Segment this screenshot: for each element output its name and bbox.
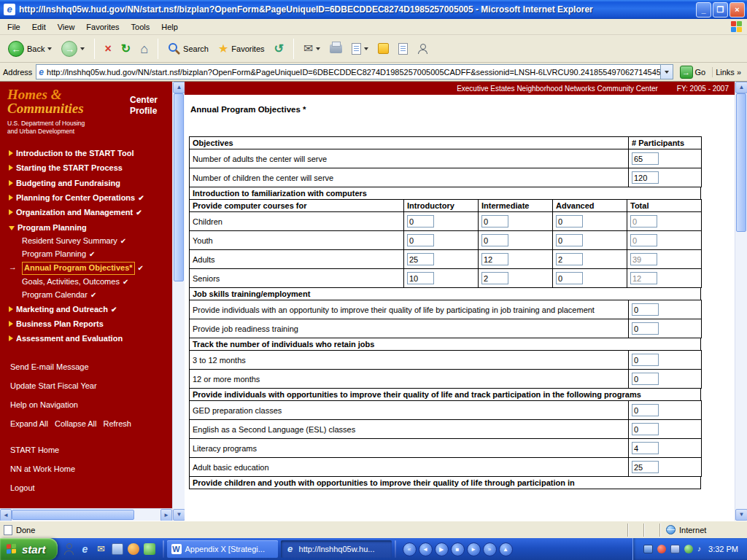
sidebar-item-business-plan-reports[interactable]: Business Plan Reports <box>0 316 172 331</box>
print-button[interactable] <box>326 42 346 55</box>
menu-file[interactable]: File <box>1 20 26 34</box>
center-profile-link[interactable]: Center Profile <box>130 88 169 136</box>
home-button[interactable]: ⌂ <box>136 39 152 58</box>
tray-display-icon[interactable] <box>643 545 653 553</box>
forward-button[interactable]: → <box>58 39 88 59</box>
sidebar-subitem-annual-program-objectives[interactable]: →Annual Program Objectives*✔ <box>0 261 172 276</box>
address-field[interactable]: e http://lnshhq05w.hud.gov/NN/start.nsf/… <box>36 64 673 79</box>
expand-all-link[interactable]: Expand All <box>10 419 48 428</box>
sidebar-subitem-program-calendar[interactable]: Program Calendar✔ <box>0 289 172 302</box>
seniors-intermediate-input[interactable] <box>481 272 508 284</box>
adults-intermediate-input[interactable] <box>481 253 508 265</box>
retain-12-plus-input[interactable] <box>632 373 659 385</box>
children-advanced-input[interactable] <box>556 215 583 228</box>
clock[interactable]: 3:32 PM <box>708 545 738 553</box>
mail-button[interactable]: ✉ <box>300 39 324 58</box>
media-volume-button[interactable]: ▲ <box>499 542 513 556</box>
close-button[interactable]: × <box>729 2 745 18</box>
tray-network-icon[interactable] <box>670 545 680 553</box>
edit-button[interactable] <box>348 41 372 57</box>
logout-link[interactable]: Logout <box>0 478 172 497</box>
children-introductory-input[interactable] <box>407 215 434 228</box>
seniors-introductory-input[interactable] <box>407 272 434 284</box>
search-button[interactable]: Search <box>164 40 212 57</box>
tray-volume-icon[interactable]: ♪ <box>697 545 701 553</box>
sidebar-item-introduction[interactable]: Introduction to the START Tool <box>0 146 172 160</box>
adult-basic-education-input[interactable] <box>632 461 659 473</box>
sidebar-item-assessment[interactable]: Assessment and Evaluation <box>0 331 172 346</box>
media-prev-button[interactable]: « <box>403 542 417 556</box>
help-navigation-link[interactable]: Help on Navigation <box>0 395 172 414</box>
tray-security-icon[interactable] <box>657 545 666 553</box>
tray-messenger-icon[interactable] <box>684 545 693 553</box>
media-stop-button[interactable]: ■ <box>451 542 465 556</box>
maximize-button[interactable]: ❐ <box>713 2 728 18</box>
scroll-track[interactable] <box>12 509 160 521</box>
menu-edit[interactable]: Edit <box>26 20 52 34</box>
adults-introductory-input[interactable] <box>407 253 434 265</box>
messenger-button[interactable] <box>374 41 392 56</box>
retain-3-12-input[interactable] <box>632 354 659 366</box>
sidebar-horizontal-scrollbar[interactable]: ◄ ► <box>0 508 172 521</box>
discuss-button[interactable] <box>414 42 431 56</box>
adults-advanced-input[interactable] <box>556 253 583 265</box>
update-fiscal-year-link[interactable]: Update Start Fiscal Year <box>0 376 172 395</box>
scroll-thumb[interactable] <box>736 93 746 232</box>
scroll-down-button[interactable]: ▼ <box>173 509 185 521</box>
sidebar-item-program-planning[interactable]: Program Planning <box>0 220 172 235</box>
send-email-link[interactable]: Send E-mail Message <box>0 357 172 376</box>
sidebar-subitem-program-planning[interactable]: Program Planning✔ <box>0 248 172 261</box>
esl-input[interactable] <box>632 423 659 435</box>
sidebar-item-marketing[interactable]: Marketing and Outreach✔ <box>0 302 172 316</box>
seniors-advanced-input[interactable] <box>556 272 583 284</box>
sidebar-vertical-scrollbar[interactable]: ▲ ▼ <box>172 82 185 521</box>
messenger-quicklaunch-icon[interactable] <box>144 543 155 555</box>
go-button[interactable]: → Go <box>677 65 709 79</box>
scroll-track[interactable] <box>735 93 747 509</box>
children-intermediate-input[interactable] <box>481 215 508 228</box>
scroll-thumb[interactable] <box>12 510 134 520</box>
minimize-button[interactable]: _ <box>696 2 711 18</box>
sidebar-subitem-goals-activities[interactable]: Goals, Activities, Outcomes✔ <box>0 276 172 289</box>
links-button[interactable]: Links » <box>712 67 744 77</box>
media-next-button[interactable]: » <box>483 542 497 556</box>
media-player-quicklaunch-icon[interactable] <box>128 543 139 555</box>
start-button[interactable]: start <box>0 538 58 560</box>
job-readiness-input[interactable] <box>632 322 659 335</box>
youth-intermediate-input[interactable] <box>481 234 508 246</box>
user-quicklaunch-icon[interactable] <box>63 543 75 555</box>
stop-button[interactable]: × <box>101 39 115 58</box>
job-training-input[interactable] <box>632 303 659 316</box>
scroll-track[interactable] <box>173 93 185 509</box>
menu-help[interactable]: Help <box>155 20 184 34</box>
menu-favorites[interactable]: Favorites <box>80 20 125 34</box>
research-button[interactable] <box>395 41 411 57</box>
address-dropdown-button[interactable] <box>660 65 673 79</box>
refresh-link[interactable]: Refresh <box>103 419 131 428</box>
media-forward-button[interactable]: ► <box>467 542 481 556</box>
menu-tools[interactable]: Tools <box>125 20 156 34</box>
scroll-down-button[interactable]: ▼ <box>735 509 747 521</box>
history-button[interactable]: ↺ <box>271 39 287 58</box>
literacy-input[interactable] <box>632 442 659 454</box>
back-button[interactable]: ← Back <box>4 39 55 59</box>
media-rewind-button[interactable]: ◄ <box>419 542 433 556</box>
main-vertical-scrollbar[interactable]: ▲ ▼ <box>735 82 747 521</box>
children-served-input[interactable] <box>632 171 659 184</box>
start-home-link[interactable]: START Home <box>0 440 172 459</box>
sidebar-item-starting[interactable]: Starting the START Process <box>0 160 172 175</box>
scroll-thumb[interactable] <box>174 93 184 281</box>
favorites-button[interactable]: ★ Favorites <box>214 39 268 58</box>
menu-view[interactable]: View <box>52 20 81 34</box>
scroll-up-button[interactable]: ▲ <box>173 82 185 93</box>
youth-advanced-input[interactable] <box>556 234 583 246</box>
sidebar-item-planning-operations[interactable]: Planning for Center Operations✔ <box>0 190 172 205</box>
collapse-all-link[interactable]: Collapse All <box>55 419 96 428</box>
scroll-right-button[interactable]: ► <box>160 509 172 521</box>
mail-quicklaunch-icon[interactable]: ✉ <box>96 543 107 555</box>
sidebar-item-budgeting[interactable]: Budgeting and Fundraising <box>0 176 172 190</box>
sidebar-subitem-resident-survey[interactable]: Resident Survey Summary✔ <box>0 235 172 248</box>
scroll-up-button[interactable]: ▲ <box>735 82 747 93</box>
nn-at-work-home-link[interactable]: NN at Work Home <box>0 459 172 478</box>
taskbar-window-word[interactable]: W Appendix X [Strategi... <box>167 540 278 558</box>
